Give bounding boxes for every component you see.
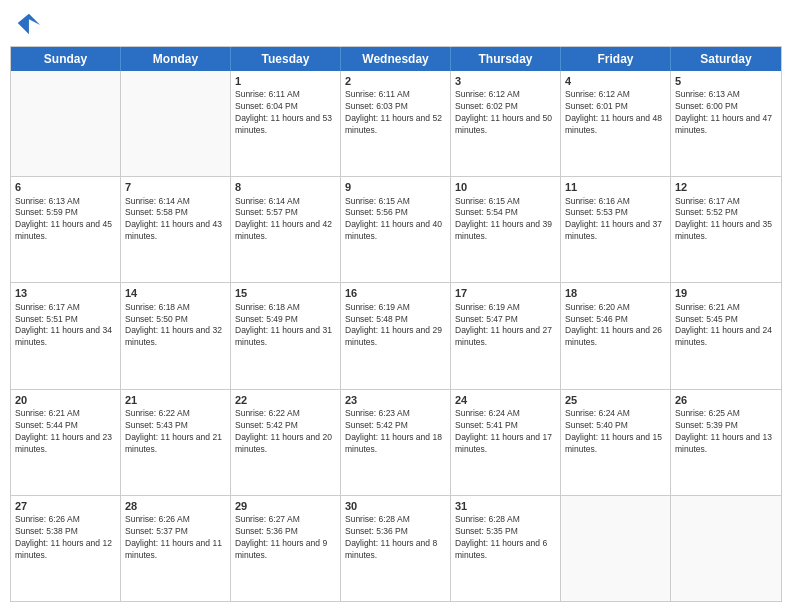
day-number: 10 xyxy=(455,180,556,194)
calendar-cell: 17 Sunrise: 6:19 AM Sunset: 5:47 PM Dayl… xyxy=(451,283,561,388)
day-number: 27 xyxy=(15,499,116,513)
calendar-cell: 8 Sunrise: 6:14 AM Sunset: 5:57 PM Dayli… xyxy=(231,177,341,282)
calendar-cell: 4 Sunrise: 6:12 AM Sunset: 6:01 PM Dayli… xyxy=(561,71,671,176)
cell-detail: Sunrise: 6:21 AM Sunset: 5:45 PM Dayligh… xyxy=(675,302,777,350)
day-number: 26 xyxy=(675,393,777,407)
day-number: 19 xyxy=(675,286,777,300)
day-number: 5 xyxy=(675,74,777,88)
calendar: SundayMondayTuesdayWednesdayThursdayFrid… xyxy=(10,46,782,602)
cell-detail: Sunrise: 6:23 AM Sunset: 5:42 PM Dayligh… xyxy=(345,408,446,456)
day-number: 2 xyxy=(345,74,446,88)
logo-icon xyxy=(14,10,42,38)
day-number: 30 xyxy=(345,499,446,513)
cell-detail: Sunrise: 6:12 AM Sunset: 6:02 PM Dayligh… xyxy=(455,89,556,137)
calendar-cell: 25 Sunrise: 6:24 AM Sunset: 5:40 PM Dayl… xyxy=(561,390,671,495)
calendar-cell: 30 Sunrise: 6:28 AM Sunset: 5:36 PM Dayl… xyxy=(341,496,451,601)
day-number: 14 xyxy=(125,286,226,300)
day-number: 28 xyxy=(125,499,226,513)
cell-detail: Sunrise: 6:15 AM Sunset: 5:56 PM Dayligh… xyxy=(345,196,446,244)
calendar-cell: 31 Sunrise: 6:28 AM Sunset: 5:35 PM Dayl… xyxy=(451,496,561,601)
calendar-cell: 27 Sunrise: 6:26 AM Sunset: 5:38 PM Dayl… xyxy=(11,496,121,601)
day-number: 17 xyxy=(455,286,556,300)
calendar-week-row: 13 Sunrise: 6:17 AM Sunset: 5:51 PM Dayl… xyxy=(11,283,781,389)
day-number: 25 xyxy=(565,393,666,407)
weekday-header: Thursday xyxy=(451,47,561,71)
calendar-cell: 18 Sunrise: 6:20 AM Sunset: 5:46 PM Dayl… xyxy=(561,283,671,388)
cell-detail: Sunrise: 6:15 AM Sunset: 5:54 PM Dayligh… xyxy=(455,196,556,244)
day-number: 4 xyxy=(565,74,666,88)
cell-detail: Sunrise: 6:22 AM Sunset: 5:43 PM Dayligh… xyxy=(125,408,226,456)
calendar-cell: 5 Sunrise: 6:13 AM Sunset: 6:00 PM Dayli… xyxy=(671,71,781,176)
page: SundayMondayTuesdayWednesdayThursdayFrid… xyxy=(0,0,792,612)
calendar-cell: 6 Sunrise: 6:13 AM Sunset: 5:59 PM Dayli… xyxy=(11,177,121,282)
day-number: 24 xyxy=(455,393,556,407)
day-number: 7 xyxy=(125,180,226,194)
cell-detail: Sunrise: 6:24 AM Sunset: 5:40 PM Dayligh… xyxy=(565,408,666,456)
day-number: 11 xyxy=(565,180,666,194)
weekday-header: Wednesday xyxy=(341,47,451,71)
calendar-cell xyxy=(561,496,671,601)
cell-detail: Sunrise: 6:13 AM Sunset: 6:00 PM Dayligh… xyxy=(675,89,777,137)
calendar-cell: 16 Sunrise: 6:19 AM Sunset: 5:48 PM Dayl… xyxy=(341,283,451,388)
cell-detail: Sunrise: 6:16 AM Sunset: 5:53 PM Dayligh… xyxy=(565,196,666,244)
day-number: 15 xyxy=(235,286,336,300)
cell-detail: Sunrise: 6:24 AM Sunset: 5:41 PM Dayligh… xyxy=(455,408,556,456)
calendar-cell: 26 Sunrise: 6:25 AM Sunset: 5:39 PM Dayl… xyxy=(671,390,781,495)
cell-detail: Sunrise: 6:28 AM Sunset: 5:36 PM Dayligh… xyxy=(345,514,446,562)
cell-detail: Sunrise: 6:19 AM Sunset: 5:47 PM Dayligh… xyxy=(455,302,556,350)
cell-detail: Sunrise: 6:19 AM Sunset: 5:48 PM Dayligh… xyxy=(345,302,446,350)
calendar-cell: 1 Sunrise: 6:11 AM Sunset: 6:04 PM Dayli… xyxy=(231,71,341,176)
cell-detail: Sunrise: 6:28 AM Sunset: 5:35 PM Dayligh… xyxy=(455,514,556,562)
calendar-cell: 9 Sunrise: 6:15 AM Sunset: 5:56 PM Dayli… xyxy=(341,177,451,282)
svg-marker-0 xyxy=(18,14,40,35)
day-number: 16 xyxy=(345,286,446,300)
calendar-cell: 21 Sunrise: 6:22 AM Sunset: 5:43 PM Dayl… xyxy=(121,390,231,495)
weekday-header: Monday xyxy=(121,47,231,71)
calendar-cell: 7 Sunrise: 6:14 AM Sunset: 5:58 PM Dayli… xyxy=(121,177,231,282)
weekday-header: Sunday xyxy=(11,47,121,71)
calendar-cell: 3 Sunrise: 6:12 AM Sunset: 6:02 PM Dayli… xyxy=(451,71,561,176)
day-number: 31 xyxy=(455,499,556,513)
calendar-header: SundayMondayTuesdayWednesdayThursdayFrid… xyxy=(11,47,781,71)
calendar-cell: 2 Sunrise: 6:11 AM Sunset: 6:03 PM Dayli… xyxy=(341,71,451,176)
calendar-week-row: 6 Sunrise: 6:13 AM Sunset: 5:59 PM Dayli… xyxy=(11,177,781,283)
day-number: 12 xyxy=(675,180,777,194)
cell-detail: Sunrise: 6:17 AM Sunset: 5:52 PM Dayligh… xyxy=(675,196,777,244)
day-number: 18 xyxy=(565,286,666,300)
cell-detail: Sunrise: 6:14 AM Sunset: 5:58 PM Dayligh… xyxy=(125,196,226,244)
day-number: 3 xyxy=(455,74,556,88)
day-number: 1 xyxy=(235,74,336,88)
calendar-cell: 23 Sunrise: 6:23 AM Sunset: 5:42 PM Dayl… xyxy=(341,390,451,495)
calendar-cell xyxy=(671,496,781,601)
cell-detail: Sunrise: 6:11 AM Sunset: 6:04 PM Dayligh… xyxy=(235,89,336,137)
calendar-cell: 19 Sunrise: 6:21 AM Sunset: 5:45 PM Dayl… xyxy=(671,283,781,388)
cell-detail: Sunrise: 6:27 AM Sunset: 5:36 PM Dayligh… xyxy=(235,514,336,562)
day-number: 23 xyxy=(345,393,446,407)
calendar-week-row: 20 Sunrise: 6:21 AM Sunset: 5:44 PM Dayl… xyxy=(11,390,781,496)
day-number: 9 xyxy=(345,180,446,194)
cell-detail: Sunrise: 6:13 AM Sunset: 5:59 PM Dayligh… xyxy=(15,196,116,244)
cell-detail: Sunrise: 6:14 AM Sunset: 5:57 PM Dayligh… xyxy=(235,196,336,244)
day-number: 6 xyxy=(15,180,116,194)
cell-detail: Sunrise: 6:11 AM Sunset: 6:03 PM Dayligh… xyxy=(345,89,446,137)
cell-detail: Sunrise: 6:12 AM Sunset: 6:01 PM Dayligh… xyxy=(565,89,666,137)
calendar-cell: 11 Sunrise: 6:16 AM Sunset: 5:53 PM Dayl… xyxy=(561,177,671,282)
weekday-header: Saturday xyxy=(671,47,781,71)
day-number: 21 xyxy=(125,393,226,407)
calendar-cell: 13 Sunrise: 6:17 AM Sunset: 5:51 PM Dayl… xyxy=(11,283,121,388)
calendar-week-row: 1 Sunrise: 6:11 AM Sunset: 6:04 PM Dayli… xyxy=(11,71,781,177)
day-number: 22 xyxy=(235,393,336,407)
calendar-cell: 29 Sunrise: 6:27 AM Sunset: 5:36 PM Dayl… xyxy=(231,496,341,601)
header xyxy=(10,10,782,38)
calendar-cell: 28 Sunrise: 6:26 AM Sunset: 5:37 PM Dayl… xyxy=(121,496,231,601)
calendar-cell: 20 Sunrise: 6:21 AM Sunset: 5:44 PM Dayl… xyxy=(11,390,121,495)
calendar-cell: 15 Sunrise: 6:18 AM Sunset: 5:49 PM Dayl… xyxy=(231,283,341,388)
logo xyxy=(14,10,46,38)
cell-detail: Sunrise: 6:21 AM Sunset: 5:44 PM Dayligh… xyxy=(15,408,116,456)
weekday-header: Friday xyxy=(561,47,671,71)
cell-detail: Sunrise: 6:26 AM Sunset: 5:38 PM Dayligh… xyxy=(15,514,116,562)
weekday-header: Tuesday xyxy=(231,47,341,71)
calendar-body: 1 Sunrise: 6:11 AM Sunset: 6:04 PM Dayli… xyxy=(11,71,781,601)
cell-detail: Sunrise: 6:20 AM Sunset: 5:46 PM Dayligh… xyxy=(565,302,666,350)
cell-detail: Sunrise: 6:18 AM Sunset: 5:50 PM Dayligh… xyxy=(125,302,226,350)
